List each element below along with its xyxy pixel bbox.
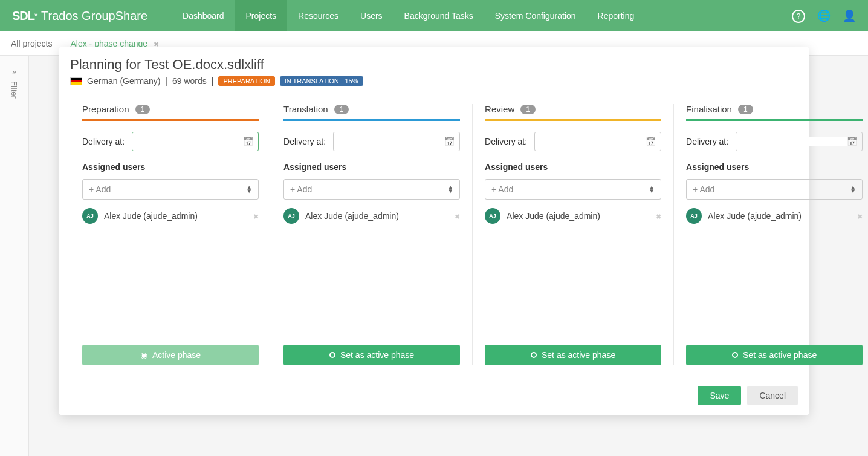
- nav-dashboard[interactable]: Dashboard: [172, 0, 235, 31]
- nav-right: [792, 9, 856, 23]
- help-icon[interactable]: [792, 9, 805, 23]
- user-icon[interactable]: [843, 9, 856, 23]
- brand-logo: SDL* Trados GroupShare: [12, 9, 147, 23]
- nav-system-configuration[interactable]: System Configuration: [484, 0, 587, 31]
- globe-icon[interactable]: [817, 9, 831, 23]
- brand-name: Trados GroupShare: [41, 9, 147, 23]
- nav-projects[interactable]: Projects: [235, 0, 288, 31]
- nav-background-tasks[interactable]: Background Tasks: [394, 0, 484, 31]
- top-nav: SDL* Trados GroupShare Dashboard Project…: [0, 0, 868, 31]
- nav-reporting[interactable]: Reporting: [587, 0, 646, 31]
- modal-header: Planning for Test OE.docx.sdlxliff Germa…: [59, 47, 809, 56]
- brand-sdl: SDL: [12, 9, 34, 23]
- planning-modal: Planning for Test OE.docx.sdlxliff Germa…: [59, 47, 809, 56]
- brand-star: *: [34, 11, 37, 21]
- nav-resources[interactable]: Resources: [287, 0, 349, 31]
- nav-items: Dashboard Projects Resources Users Backg…: [172, 0, 645, 31]
- nav-users[interactable]: Users: [349, 0, 394, 31]
- modal-backdrop: Planning for Test OE.docx.sdlxliff Germa…: [0, 36, 868, 56]
